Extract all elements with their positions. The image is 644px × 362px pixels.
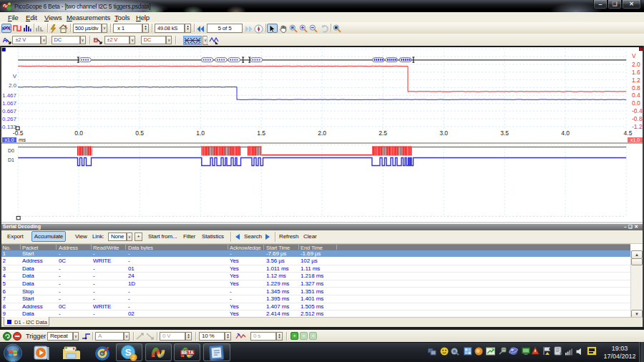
svg-text:4.5: 4.5 xyxy=(624,129,633,137)
svg-text:-0.8: -0.8 xyxy=(632,115,643,122)
svg-text:0.4: 0.4 xyxy=(632,92,640,99)
svg-text:V: V xyxy=(632,52,636,59)
svg-text:2.5: 2.5 xyxy=(379,129,387,137)
svg-text:2.0: 2.0 xyxy=(632,61,640,68)
svg-text:1.0: 1.0 xyxy=(196,129,205,137)
svg-text:1.6: 1.6 xyxy=(632,69,640,76)
svg-text:D1: D1 xyxy=(8,157,14,162)
svg-text:0.267: 0.267 xyxy=(2,116,17,122)
svg-text:-1.2: -1.2 xyxy=(632,123,643,130)
svg-text:0.667: 0.667 xyxy=(2,108,17,114)
svg-text:1.2: 1.2 xyxy=(632,77,640,84)
svg-text:3.5: 3.5 xyxy=(500,129,509,137)
svg-text:1.067: 1.067 xyxy=(2,100,17,107)
svg-text:D0: D0 xyxy=(8,148,14,153)
svg-text:3.0: 3.0 xyxy=(439,129,448,137)
svg-text:0.5: 0.5 xyxy=(135,129,144,137)
svg-text:1.467: 1.467 xyxy=(2,92,17,99)
svg-text:2.0: 2.0 xyxy=(9,82,17,89)
svg-text:0.0: 0.0 xyxy=(74,129,83,137)
svg-text:2.0: 2.0 xyxy=(318,129,326,137)
svg-text:V: V xyxy=(13,73,17,79)
svg-text:-0.4: -0.4 xyxy=(632,107,643,114)
svg-text:0.0: 0.0 xyxy=(632,99,640,107)
svg-text:1.5: 1.5 xyxy=(257,129,265,137)
svg-text:0.8: 0.8 xyxy=(632,84,640,92)
svg-text:2: 2 xyxy=(132,354,135,361)
svg-text:4.0: 4.0 xyxy=(561,129,570,137)
svg-text:BETA: BETA xyxy=(181,350,194,355)
